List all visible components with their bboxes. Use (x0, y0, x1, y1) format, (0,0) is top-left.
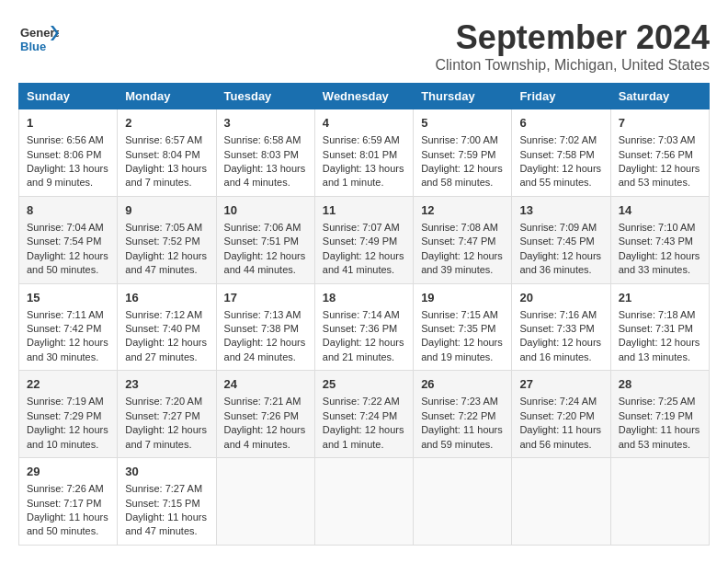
day-number: 14 (619, 202, 701, 219)
sunrise-label: Sunrise: 7:16 AM (519, 309, 597, 320)
calendar-cell: 6 Sunrise: 7:02 AM Sunset: 7:58 PM Dayli… (512, 109, 610, 197)
day-number: 2 (125, 115, 208, 132)
sunset-label: Sunset: 7:22 PM (421, 410, 495, 421)
calendar-cell: 8 Sunrise: 7:04 AM Sunset: 7:54 PM Dayli… (19, 196, 118, 283)
calendar-cell (414, 458, 512, 546)
calendar-week-row: 1 Sunrise: 6:56 AM Sunset: 8:06 PM Dayli… (19, 109, 710, 197)
day-number: 6 (519, 115, 602, 132)
sunrise-label: Sunrise: 7:21 AM (224, 396, 301, 407)
page-header: General Blue September 2024 Clinton Town… (18, 18, 710, 74)
daylight-label: Daylight: 13 hours and 7 minutes. (125, 163, 207, 188)
calendar-cell: 19 Sunrise: 7:15 AM Sunset: 7:35 PM Dayl… (414, 283, 512, 371)
day-number: 9 (125, 202, 208, 219)
day-number: 10 (224, 202, 307, 219)
sunrise-label: Sunrise: 6:59 AM (323, 134, 400, 145)
sunset-label: Sunset: 8:04 PM (125, 149, 199, 160)
day-number: 21 (619, 290, 701, 306)
calendar-cell: 3 Sunrise: 6:58 AM Sunset: 8:03 PM Dayli… (216, 109, 314, 197)
logo-icon: General Blue (18, 18, 59, 59)
daylight-label: Daylight: 11 hours and 56 minutes. (519, 424, 601, 449)
day-number: 11 (323, 202, 405, 219)
sunset-label: Sunset: 7:36 PM (323, 323, 397, 334)
daylight-label: Daylight: 11 hours and 59 minutes. (421, 424, 503, 449)
sunrise-label: Sunrise: 7:12 AM (125, 309, 202, 320)
calendar-cell: 21 Sunrise: 7:18 AM Sunset: 7:31 PM Dayl… (610, 283, 709, 371)
calendar-week-row: 29 Sunrise: 7:26 AM Sunset: 7:17 PM Dayl… (19, 458, 710, 546)
sunrise-label: Sunrise: 7:15 AM (421, 309, 498, 320)
day-number: 29 (27, 464, 109, 480)
calendar-cell (512, 458, 610, 546)
daylight-label: Daylight: 12 hours and 53 minutes. (619, 163, 700, 188)
sunrise-label: Sunrise: 7:10 AM (619, 222, 696, 233)
day-number: 8 (27, 202, 109, 219)
sunrise-label: Sunrise: 7:25 AM (619, 396, 696, 407)
day-number: 19 (421, 290, 504, 306)
daylight-label: Daylight: 12 hours and 21 minutes. (323, 337, 404, 362)
weekday-header-wednesday: Wednesday (314, 84, 413, 109)
day-number: 27 (519, 376, 602, 393)
sunset-label: Sunset: 7:47 PM (421, 236, 495, 247)
sunrise-label: Sunrise: 6:57 AM (125, 134, 202, 145)
day-number: 7 (619, 115, 701, 132)
day-number: 25 (323, 376, 405, 393)
sunrise-label: Sunrise: 7:08 AM (421, 222, 498, 233)
sunset-label: Sunset: 7:27 PM (125, 410, 199, 421)
day-number: 1 (27, 115, 109, 132)
day-number: 12 (421, 202, 504, 219)
daylight-label: Daylight: 12 hours and 1 minute. (323, 424, 404, 449)
sunrise-label: Sunrise: 7:03 AM (619, 134, 696, 145)
sunrise-label: Sunrise: 7:13 AM (224, 309, 301, 320)
day-number: 22 (27, 376, 109, 393)
calendar-cell: 9 Sunrise: 7:05 AM Sunset: 7:52 PM Dayli… (118, 196, 216, 283)
sunset-label: Sunset: 7:33 PM (519, 323, 594, 334)
daylight-label: Daylight: 12 hours and 30 minutes. (27, 337, 108, 362)
daylight-label: Daylight: 11 hours and 53 minutes. (619, 424, 700, 449)
day-number: 30 (125, 464, 208, 480)
location-title: Clinton Township, Michigan, United State… (435, 57, 710, 74)
daylight-label: Daylight: 12 hours and 44 minutes. (224, 250, 306, 275)
daylight-label: Daylight: 12 hours and 47 minutes. (125, 250, 207, 275)
calendar-cell: 12 Sunrise: 7:08 AM Sunset: 7:47 PM Dayl… (414, 196, 512, 283)
sunrise-label: Sunrise: 7:06 AM (224, 222, 301, 233)
sunset-label: Sunset: 7:20 PM (519, 410, 594, 421)
weekday-header-thursday: Thursday (414, 84, 512, 109)
calendar-table: SundayMondayTuesdayWednesdayThursdayFrid… (18, 83, 710, 546)
sunrise-label: Sunrise: 7:02 AM (519, 134, 597, 145)
sunrise-label: Sunrise: 7:19 AM (27, 396, 104, 407)
svg-text:Blue: Blue (20, 40, 46, 53)
daylight-label: Daylight: 12 hours and 36 minutes. (519, 250, 601, 275)
sunset-label: Sunset: 7:26 PM (224, 410, 299, 421)
sunset-label: Sunset: 7:59 PM (421, 149, 495, 160)
day-number: 4 (323, 115, 405, 132)
sunset-label: Sunset: 7:38 PM (224, 323, 299, 334)
daylight-label: Daylight: 12 hours and 33 minutes. (619, 250, 700, 275)
calendar-body: 1 Sunrise: 6:56 AM Sunset: 8:06 PM Dayli… (19, 109, 710, 546)
daylight-label: Daylight: 12 hours and 7 minutes. (125, 424, 207, 449)
sunrise-label: Sunrise: 7:00 AM (421, 134, 498, 145)
sunrise-label: Sunrise: 6:58 AM (224, 134, 301, 145)
daylight-label: Daylight: 12 hours and 50 minutes. (27, 250, 108, 275)
sunset-label: Sunset: 7:49 PM (323, 236, 397, 247)
sunset-label: Sunset: 7:40 PM (125, 323, 199, 334)
calendar-cell: 2 Sunrise: 6:57 AM Sunset: 8:04 PM Dayli… (118, 109, 216, 197)
calendar-cell: 10 Sunrise: 7:06 AM Sunset: 7:51 PM Dayl… (216, 196, 314, 283)
calendar-cell (216, 458, 314, 546)
daylight-label: Daylight: 11 hours and 47 minutes. (125, 511, 207, 536)
sunset-label: Sunset: 7:45 PM (519, 236, 594, 247)
calendar-cell: 17 Sunrise: 7:13 AM Sunset: 7:38 PM Dayl… (216, 283, 314, 371)
calendar-cell: 27 Sunrise: 7:24 AM Sunset: 7:20 PM Dayl… (512, 371, 610, 458)
daylight-label: Daylight: 12 hours and 10 minutes. (27, 424, 108, 449)
sunset-label: Sunset: 8:06 PM (27, 149, 101, 160)
calendar-cell: 20 Sunrise: 7:16 AM Sunset: 7:33 PM Dayl… (512, 283, 610, 371)
sunset-label: Sunset: 7:35 PM (421, 323, 495, 334)
calendar-cell: 22 Sunrise: 7:19 AM Sunset: 7:29 PM Dayl… (19, 371, 118, 458)
daylight-label: Daylight: 12 hours and 19 minutes. (421, 337, 503, 362)
calendar-cell: 16 Sunrise: 7:12 AM Sunset: 7:40 PM Dayl… (118, 283, 216, 371)
calendar-cell: 1 Sunrise: 6:56 AM Sunset: 8:06 PM Dayli… (19, 109, 118, 197)
calendar-cell: 7 Sunrise: 7:03 AM Sunset: 7:56 PM Dayli… (610, 109, 709, 197)
sunrise-label: Sunrise: 7:23 AM (421, 396, 498, 407)
daylight-label: Daylight: 13 hours and 9 minutes. (27, 163, 108, 188)
month-title: September 2024 (435, 18, 710, 57)
sunset-label: Sunset: 7:15 PM (125, 498, 199, 509)
daylight-label: Daylight: 12 hours and 16 minutes. (519, 337, 601, 362)
